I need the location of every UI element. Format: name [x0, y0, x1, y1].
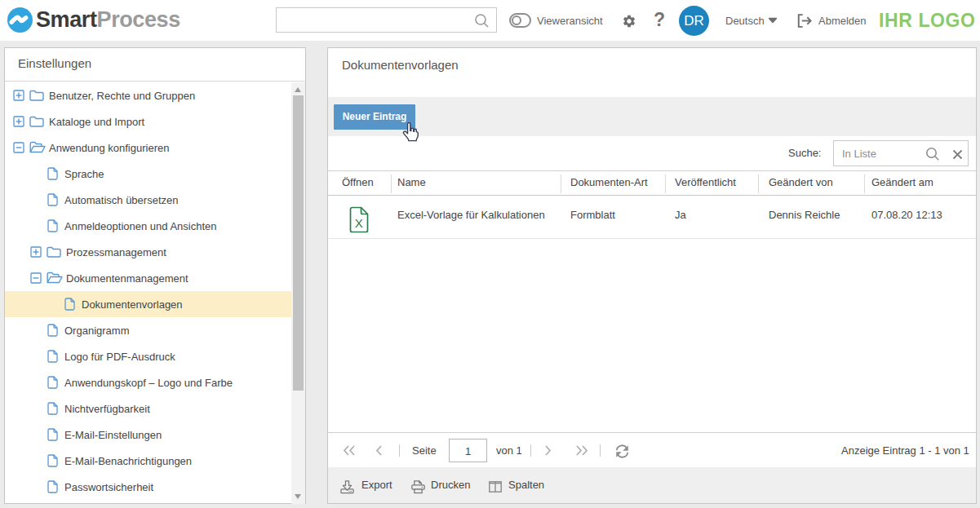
svg-text:X: X — [355, 216, 363, 230]
